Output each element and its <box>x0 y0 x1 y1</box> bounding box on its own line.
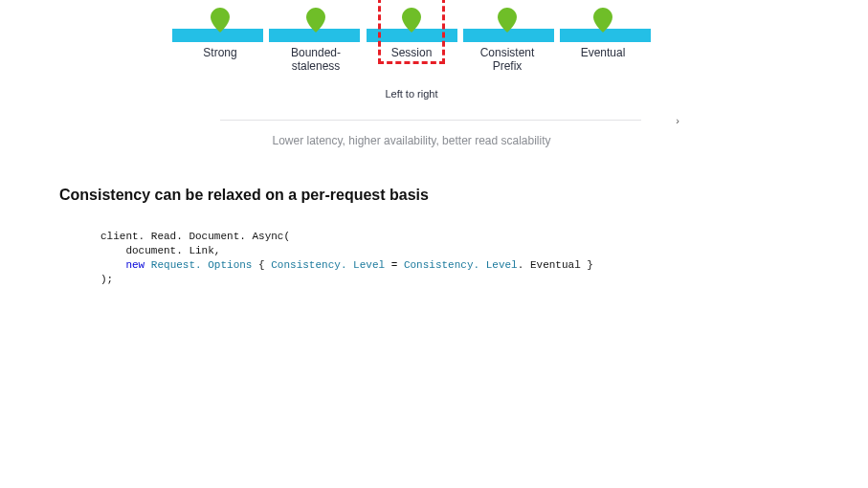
scale-label: Strong <box>203 46 236 59</box>
code-token: = <box>385 259 404 271</box>
code-type: Consistency. Level <box>404 259 518 271</box>
code-token: ); <box>100 274 113 285</box>
code-type: Request. Options <box>151 259 253 271</box>
scale-label: Session <box>391 46 433 59</box>
code-token: document. Link, <box>100 245 220 256</box>
slide: StrongBounded- stalenessSessionConsisten… <box>0 0 868 488</box>
scale-label: Bounded- staleness <box>291 46 341 73</box>
scale-label: Eventual <box>581 46 626 59</box>
scale-label: Consistent Prefix <box>480 46 535 73</box>
code-token: . Read. Document. Async( <box>139 231 290 242</box>
consistency-scale: StrongBounded- stalenessSessionConsisten… <box>172 10 651 100</box>
scale-sub-caption: Lower latency, higher availability, bett… <box>172 134 651 147</box>
section-heading: Consistency can be relaxed on a per-requ… <box>59 187 429 204</box>
code-token: . Eventual } <box>518 259 593 271</box>
code-token: client <box>100 231 139 242</box>
code-keyword: new <box>125 259 145 271</box>
divider <box>220 120 641 121</box>
chevron-right-icon: › <box>676 115 679 126</box>
axis-caption: Left to right <box>172 88 651 100</box>
code-token: { <box>252 259 271 271</box>
code-sample: client. Read. Document. Async( document.… <box>100 230 593 286</box>
code-type: Consistency. Level <box>271 259 385 271</box>
